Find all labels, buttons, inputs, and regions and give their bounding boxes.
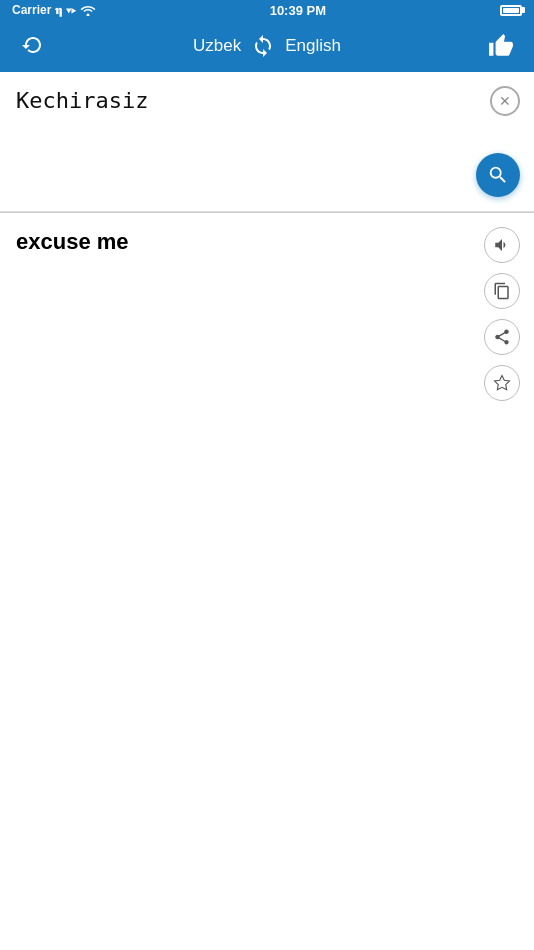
share-button[interactable] <box>484 319 520 355</box>
battery-icon <box>500 5 522 16</box>
wifi-icon: 𝛈 ▾▸ <box>55 3 75 17</box>
language-selector: Uzbek English <box>193 34 341 58</box>
carrier-label: Carrier <box>12 3 51 17</box>
action-buttons <box>484 227 520 401</box>
search-icon <box>487 164 509 186</box>
source-text-input[interactable] <box>16 88 474 163</box>
copy-button[interactable] <box>484 273 520 309</box>
history-button[interactable] <box>16 29 50 63</box>
status-bar-right <box>500 5 522 16</box>
clear-icon: ✕ <box>499 93 511 109</box>
speak-button[interactable] <box>484 227 520 263</box>
status-bar-left: Carrier 𝛈 ▾▸ <box>12 3 96 17</box>
input-area: ✕ <box>0 72 534 212</box>
star-icon <box>493 374 511 392</box>
translate-button[interactable] <box>476 153 520 197</box>
source-language-label: Uzbek <box>193 36 241 56</box>
translated-text: excuse me <box>16 229 474 255</box>
swap-languages-button[interactable] <box>251 34 275 58</box>
status-bar-time: 10:39 PM <box>270 3 326 18</box>
swap-icon <box>251 34 275 58</box>
output-area: excuse me <box>0 213 534 413</box>
like-button[interactable] <box>484 29 518 63</box>
wifi-signal-icon <box>80 4 96 16</box>
share-icon <box>493 328 511 346</box>
speaker-icon <box>493 236 511 254</box>
nav-bar: Uzbek English <box>0 20 534 72</box>
thumbs-up-icon <box>488 33 514 59</box>
target-language-label: English <box>285 36 341 56</box>
clear-button[interactable]: ✕ <box>490 86 520 116</box>
history-icon <box>20 33 46 59</box>
copy-icon <box>493 282 511 300</box>
favorite-button[interactable] <box>484 365 520 401</box>
status-bar: Carrier 𝛈 ▾▸ 10:39 PM <box>0 0 534 20</box>
